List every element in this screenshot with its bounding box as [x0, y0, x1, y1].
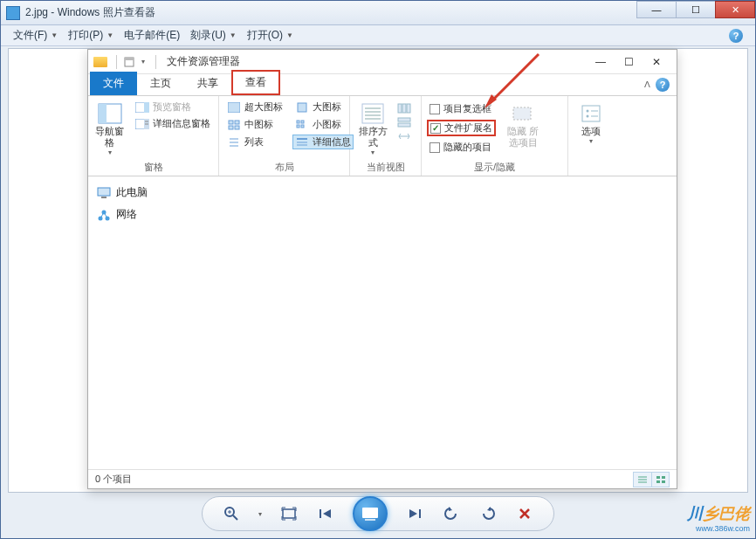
status-bar: 0 个项目	[88, 469, 677, 488]
qat-properties-icon[interactable]	[122, 55, 136, 69]
add-columns-icon[interactable]	[397, 103, 411, 114]
tab-file[interactable]: 文件	[90, 72, 137, 95]
svg-rect-20	[301, 121, 304, 123]
item-checkboxes-toggle[interactable]: 项目复选框	[427, 101, 496, 116]
tree-network[interactable]: 网络	[92, 204, 207, 225]
explorer-maximize-button[interactable]: ☐	[622, 56, 635, 68]
svg-rect-21	[297, 125, 299, 128]
group-panes: 导航窗格 ▾ 预览窗格 详细信息窗格	[88, 96, 219, 176]
app-icon	[6, 6, 20, 20]
tab-share[interactable]: 共享	[184, 72, 231, 95]
list-icon	[227, 136, 241, 149]
help-icon[interactable]: ?	[729, 29, 743, 43]
svg-rect-55	[656, 476, 660, 479]
svg-rect-23	[297, 138, 307, 140]
layout-list[interactable]: 列表	[224, 135, 285, 149]
svg-rect-37	[513, 107, 531, 120]
layout-medium[interactable]: 中图标	[224, 117, 285, 132]
ribbon-collapse-icon[interactable]: ᐱ	[644, 79, 650, 89]
view-toggle	[633, 472, 670, 487]
next-button[interactable]	[405, 504, 424, 523]
small-icon	[295, 119, 309, 131]
svg-point-43	[587, 115, 589, 118]
svg-rect-32	[402, 104, 406, 113]
slideshow-button[interactable]	[353, 496, 388, 531]
file-ext-toggle[interactable]: 文件扩展名	[427, 120, 496, 136]
zoom-button[interactable]	[222, 504, 241, 523]
layout-details[interactable]: 详细信息	[292, 135, 354, 149]
explorer-help-icon[interactable]: ?	[656, 78, 670, 92]
preview-pane-icon	[135, 101, 149, 114]
large-icon	[295, 101, 309, 114]
size-columns-icon[interactable]	[397, 131, 411, 142]
menu-print[interactable]: 打印(P)▼	[68, 28, 113, 43]
preview-pane-button[interactable]: 预览窗格	[133, 100, 213, 114]
maximize-button[interactable]: ☐	[676, 1, 716, 18]
svg-rect-12	[235, 121, 239, 124]
svg-rect-31	[398, 104, 402, 113]
menu-burn[interactable]: 刻录(U)▼	[190, 28, 237, 43]
rotate-cw-button[interactable]	[478, 504, 498, 523]
svg-rect-57	[656, 480, 660, 483]
details-pane-button[interactable]: 详细信息窗格	[133, 116, 213, 131]
group-current-view: 排序方式 ▾ 当前视图	[350, 96, 422, 176]
delete-button[interactable]	[515, 504, 534, 523]
explorer-close-button[interactable]: ✕	[650, 56, 663, 68]
tab-home[interactable]: 主页	[137, 72, 184, 95]
explorer-minimize-button[interactable]: —	[594, 56, 607, 68]
content-area: ▾ 文件资源管理器 — ☐ ✕ 文件 主页 共享 查看 ᐱ ?	[8, 48, 748, 493]
group-layout: 超大图标 中图标 列表 大图标 小图标 详细信息 布局	[219, 96, 350, 176]
svg-rect-33	[407, 104, 410, 113]
svg-marker-68	[409, 509, 417, 518]
svg-rect-64	[320, 509, 321, 518]
layout-large[interactable]: 大图标	[292, 100, 354, 114]
view-thumbs-button[interactable]	[651, 473, 669, 487]
fit-button[interactable]	[279, 504, 299, 523]
close-button[interactable]: ✕	[715, 1, 755, 18]
menu-file[interactable]: 文件(F)▼	[13, 28, 58, 43]
tab-view[interactable]: 查看	[231, 70, 280, 95]
svg-rect-14	[235, 126, 239, 129]
svg-rect-1	[125, 58, 134, 60]
layout-small[interactable]: 小图标	[292, 117, 354, 132]
qat-separator	[116, 55, 117, 69]
svg-rect-58	[662, 480, 665, 483]
group-label-showhide: 显示/隐藏	[427, 159, 562, 176]
group-by-icon[interactable]	[397, 117, 411, 128]
nav-tree: 此电脑 网络	[88, 176, 210, 469]
nav-pane-button[interactable]: 导航窗格 ▾	[93, 100, 126, 159]
hide-selected-button[interactable]: 隐藏 所选项目	[503, 100, 543, 159]
svg-rect-34	[398, 118, 410, 121]
svg-rect-69	[419, 509, 421, 518]
svg-line-60	[233, 515, 237, 520]
tree-this-pc[interactable]: 此电脑	[92, 182, 207, 204]
svg-rect-40	[582, 106, 600, 121]
rotate-ccw-button[interactable]	[442, 504, 461, 523]
minimize-button[interactable]: —	[636, 1, 677, 18]
svg-marker-71	[487, 507, 491, 511]
checkbox-icon	[430, 104, 440, 114]
layout-xlarge[interactable]: 超大图标	[224, 100, 285, 114]
options-icon	[578, 101, 604, 126]
svg-rect-35	[398, 123, 410, 127]
svg-marker-70	[449, 507, 452, 511]
sort-icon	[360, 101, 386, 126]
titlebar: 2.jpg - Windows 照片查看器 — ☐ ✕	[1, 1, 755, 25]
explorer-window-controls: — ☐ ✕	[594, 56, 671, 68]
svg-rect-5	[144, 102, 149, 113]
nav-pane-icon	[97, 101, 123, 126]
menu-open[interactable]: 打开(O)▼	[247, 28, 293, 43]
menu-email[interactable]: 电子邮件(E)	[124, 28, 180, 43]
menubar: 文件(F)▼ 打印(P)▼ 电子邮件(E) 刻录(U)▼ 打开(O)▼ ?	[1, 25, 755, 46]
prev-button[interactable]	[316, 504, 335, 523]
qat-dropdown-icon[interactable]: ▾	[136, 55, 150, 69]
options-button[interactable]: 选项 ▾	[574, 100, 608, 176]
svg-rect-13	[229, 126, 233, 129]
hidden-items-toggle[interactable]: 隐藏的项目	[427, 140, 496, 155]
photo-viewer-window: 2.jpg - Windows 照片查看器 — ☐ ✕ 文件(F)▼ 打印(P)…	[0, 0, 756, 539]
group-label-currentview: 当前视图	[355, 159, 416, 176]
svg-rect-10	[228, 102, 240, 113]
folder-icon	[93, 57, 107, 67]
sort-button[interactable]: 排序方式 ▾	[355, 100, 390, 159]
view-details-button[interactable]	[634, 473, 651, 487]
